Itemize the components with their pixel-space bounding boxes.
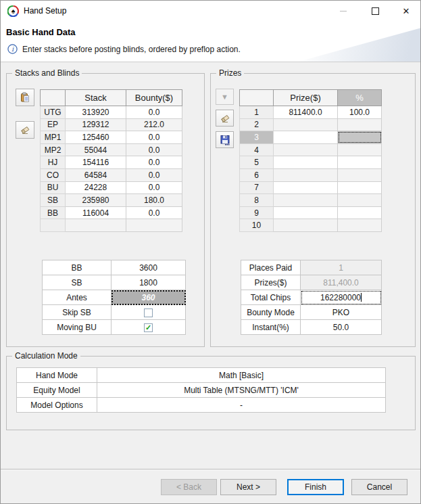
place-cell-selected[interactable]: 3 bbox=[240, 131, 274, 144]
prize-cell[interactable] bbox=[274, 181, 338, 194]
table-row: SB1800 bbox=[43, 275, 186, 290]
percent-cell[interactable] bbox=[338, 206, 382, 219]
stack-cell[interactable]: 154116 bbox=[66, 156, 126, 169]
close-button[interactable]: ✕ bbox=[395, 1, 417, 22]
position-cell[interactable]: EP bbox=[41, 118, 66, 131]
stack-cell[interactable]: 64584 bbox=[66, 168, 126, 181]
table-row: 5 bbox=[240, 156, 382, 169]
place-cell[interactable]: 1 bbox=[240, 106, 274, 119]
bounty-cell[interactable]: 0.0 bbox=[126, 168, 182, 181]
bb-value-cell[interactable]: 3600 bbox=[112, 260, 186, 275]
position-cell[interactable]: MP2 bbox=[41, 143, 66, 156]
prize-cell[interactable] bbox=[274, 194, 338, 207]
bounty-column-header[interactable]: Bounty($) bbox=[126, 90, 182, 106]
stack-cell[interactable]: 125460 bbox=[66, 131, 126, 144]
total-chips-input[interactable]: 162280000 bbox=[301, 290, 382, 305]
prize-column-header[interactable]: Prize($) bbox=[274, 90, 338, 106]
app-icon: ♠ bbox=[7, 5, 19, 17]
skip-sb-checkbox[interactable] bbox=[144, 308, 153, 317]
stack-cell[interactable]: 55044 bbox=[66, 143, 126, 156]
bounty-cell[interactable]: 180.0 bbox=[126, 194, 182, 207]
blinds-table: BB3600 SB1800 Antes360 Skip SB Moving BU… bbox=[42, 260, 186, 335]
prize-cell[interactable] bbox=[274, 143, 338, 156]
prizes-expand-button[interactable]: ▼ bbox=[216, 89, 234, 105]
prize-summary-table: Places Paid1 Prizes($)811,400.0 Total Ch… bbox=[241, 260, 382, 335]
bounty-cell[interactable]: 0.0 bbox=[126, 206, 182, 219]
skip-sb-label: Skip SB bbox=[43, 305, 112, 320]
finish-button[interactable]: Finish bbox=[287, 479, 344, 495]
corner-header[interactable] bbox=[240, 90, 274, 106]
bounty-cell[interactable]: 0.0 bbox=[126, 143, 182, 156]
percent-cell[interactable] bbox=[338, 156, 382, 169]
prize-cell[interactable] bbox=[274, 219, 338, 232]
cancel-button[interactable]: Cancel bbox=[351, 479, 407, 495]
bounty-mode-value[interactable]: PKO bbox=[301, 305, 382, 320]
places-paid-label: Places Paid bbox=[241, 260, 301, 275]
place-cell[interactable]: 6 bbox=[240, 168, 274, 181]
table-row: SB235980180.0 bbox=[41, 194, 182, 207]
maximize-button[interactable] bbox=[364, 1, 386, 22]
place-cell[interactable]: 2 bbox=[240, 118, 274, 131]
prize-cell[interactable] bbox=[274, 206, 338, 219]
stack-cell[interactable]: 129312 bbox=[66, 118, 126, 131]
table-row: Model Options- bbox=[17, 398, 386, 413]
instant-pct-value[interactable]: 50.0 bbox=[301, 320, 382, 335]
save-prizes-button[interactable] bbox=[216, 131, 234, 148]
bounty-cell[interactable]: 0.0 bbox=[126, 156, 182, 169]
erase-prizes-button[interactable] bbox=[216, 110, 234, 127]
bounty-cell[interactable]: 0.0 bbox=[126, 131, 182, 144]
percent-cell[interactable] bbox=[338, 118, 382, 131]
position-cell[interactable]: SB bbox=[41, 194, 66, 207]
position-cell[interactable]: BU bbox=[41, 181, 66, 194]
position-cell[interactable]: HJ bbox=[41, 156, 66, 169]
position-cell[interactable]: UTG bbox=[41, 106, 66, 119]
prize-cell[interactable] bbox=[274, 156, 338, 169]
percent-column-header[interactable]: % bbox=[338, 90, 382, 106]
place-cell[interactable]: 10 bbox=[240, 219, 274, 232]
next-button[interactable]: Next > bbox=[220, 479, 276, 495]
table-row: CO645840.0 bbox=[41, 168, 182, 181]
table-row: HJ1541160.0 bbox=[41, 156, 182, 169]
stack-cell[interactable] bbox=[66, 219, 126, 232]
percent-cell[interactable] bbox=[338, 219, 382, 232]
position-cell[interactable] bbox=[41, 219, 66, 232]
place-cell[interactable]: 8 bbox=[240, 194, 274, 207]
percent-cell[interactable] bbox=[338, 168, 382, 181]
bounty-cell[interactable]: 0.0 bbox=[126, 106, 182, 119]
stack-cell[interactable]: 235980 bbox=[66, 194, 126, 207]
antes-value-cell[interactable]: 360 bbox=[112, 290, 186, 305]
prize-cell[interactable] bbox=[274, 168, 338, 181]
stack-cell[interactable]: 116004 bbox=[66, 206, 126, 219]
prize-cell[interactable] bbox=[274, 118, 338, 131]
position-cell[interactable]: MP1 bbox=[41, 131, 66, 144]
percent-cell[interactable] bbox=[338, 194, 382, 207]
bounty-cell[interactable]: 0.0 bbox=[126, 181, 182, 194]
paste-stacks-button[interactable] bbox=[16, 89, 34, 106]
percent-cell-selected[interactable] bbox=[338, 131, 382, 144]
bounty-cell[interactable]: 212.0 bbox=[126, 118, 182, 131]
place-cell[interactable]: 4 bbox=[240, 143, 274, 156]
stack-cell[interactable]: 24228 bbox=[66, 181, 126, 194]
position-cell[interactable]: CO bbox=[41, 168, 66, 181]
place-cell[interactable]: 7 bbox=[240, 181, 274, 194]
corner-header[interactable] bbox=[41, 90, 66, 106]
moving-bu-checkbox[interactable]: ✓ bbox=[144, 323, 153, 332]
percent-cell[interactable] bbox=[338, 143, 382, 156]
sb-value-cell[interactable]: 1800 bbox=[112, 275, 186, 290]
place-cell[interactable]: 5 bbox=[240, 156, 274, 169]
position-cell[interactable]: BB bbox=[41, 206, 66, 219]
place-cell[interactable]: 9 bbox=[240, 206, 274, 219]
percent-cell[interactable] bbox=[338, 181, 382, 194]
prize-cell[interactable]: 811400.0 bbox=[274, 106, 338, 119]
stack-cell[interactable]: 313920 bbox=[66, 106, 126, 119]
back-button[interactable]: < Back bbox=[161, 479, 217, 495]
minimize-button[interactable] bbox=[332, 1, 354, 22]
stack-column-header[interactable]: Stack bbox=[66, 90, 126, 106]
bounty-cell[interactable] bbox=[126, 219, 182, 232]
erase-stacks-button[interactable] bbox=[16, 121, 34, 139]
prize-cell[interactable] bbox=[274, 131, 338, 144]
minimize-dash-icon bbox=[340, 11, 347, 12]
footer-separator bbox=[1, 469, 420, 470]
banner: Basic Hand Data i Enter stacks before po… bbox=[1, 22, 420, 62]
percent-cell[interactable]: 100.0 bbox=[338, 106, 382, 119]
